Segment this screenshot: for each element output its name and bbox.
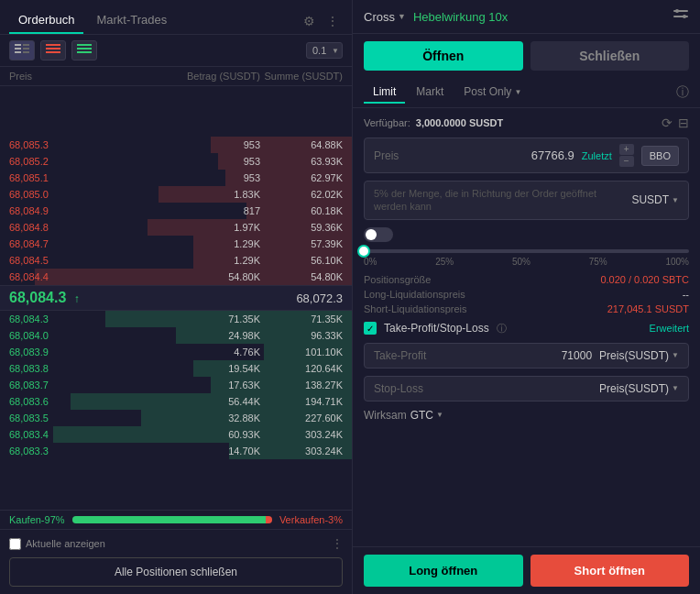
sell-order-row[interactable]: 68,085.295363.93K bbox=[0, 153, 352, 170]
svg-rect-8 bbox=[46, 51, 60, 53]
left-panel: Orderbuch Markt-Trades ⚙ ⋮ 0.1 Preis Bet… bbox=[0, 0, 353, 594]
buy-order-row[interactable]: 68,084.371.35K71.35K bbox=[0, 311, 352, 327]
more-dots-footer[interactable]: ⋮ bbox=[332, 537, 343, 550]
tab-post-only[interactable]: Post Only ▼ bbox=[454, 82, 530, 104]
open-btn[interactable]: Öffnen bbox=[364, 41, 523, 71]
gtc-select[interactable]: GTC ▼ bbox=[410, 409, 443, 422]
slider-labels: 0% 25% 50% 75% 100% bbox=[364, 257, 689, 267]
price-value[interactable]: 67766.9 bbox=[427, 148, 574, 162]
short-liq-value: 217,045.1 SUSDT bbox=[607, 303, 689, 314]
stop-loss-row: Stop-Loss Preis(SUSDT) ▼ bbox=[364, 376, 689, 402]
aktuelle-checkbox[interactable] bbox=[9, 538, 21, 550]
order-type-tabs: Limit Markt Post Only ▼ ⓘ bbox=[353, 78, 700, 108]
erweitert-btn[interactable]: Erweitert bbox=[650, 323, 689, 334]
short-liq-row: Short-Liquidationspreis 217,045.1 SUSDT bbox=[364, 303, 689, 314]
tab-limit[interactable]: Limit bbox=[364, 82, 405, 104]
progress-bar bbox=[72, 516, 272, 523]
sell-order-row[interactable]: 68,085.01.83K62.02K bbox=[0, 186, 352, 203]
open-close-tabs: Öffnen Schließen bbox=[353, 34, 700, 78]
take-profit-row: Take-Profit 71000 Preis(SUSDT) ▼ bbox=[364, 343, 689, 368]
more-icon[interactable]: ⋮ bbox=[323, 10, 343, 32]
short-open-btn[interactable]: Short öffnen bbox=[530, 555, 690, 587]
leverage-text: Hebelwirkung 10x bbox=[413, 10, 508, 24]
slider-track[interactable] bbox=[364, 249, 689, 253]
slider-section: 0% 25% 50% 75% 100% bbox=[364, 249, 689, 267]
slider-label-75: 75% bbox=[589, 257, 607, 267]
buy-order-row[interactable]: 68,084.024.98K96.33K bbox=[0, 327, 352, 344]
stop-loss-label: Stop-Loss bbox=[374, 382, 592, 395]
tab-markt-trades[interactable]: Markt-Trades bbox=[87, 7, 176, 34]
svg-rect-7 bbox=[46, 48, 60, 50]
sell-order-row[interactable]: 68,084.981760.18K bbox=[0, 203, 352, 219]
wirksam-label: Wirksam bbox=[364, 409, 407, 422]
transfer-icon-btn[interactable] bbox=[673, 7, 689, 26]
tab-orderbuch[interactable]: Orderbuch bbox=[9, 7, 83, 34]
sell-orders: 68,085.395364.88K68,085.295363.93K68,085… bbox=[0, 86, 352, 285]
amount-hint: 5% der Menge, die in Richtung der Order … bbox=[374, 187, 624, 214]
close-all-btn[interactable]: Alle Positionen schließen bbox=[9, 557, 343, 587]
col-headers: Preis Betrag (SUSDT) Summe (SUSDT) bbox=[0, 67, 352, 86]
buy-order-row[interactable]: 68,083.460.93K303.24K bbox=[0, 426, 352, 443]
tpsl-checkbox[interactable]: ✓ bbox=[364, 322, 377, 335]
buy-order-row[interactable]: 68,083.717.63K138.27K bbox=[0, 377, 352, 393]
buy-order-row[interactable]: 68,083.314.70K303.24K bbox=[0, 443, 352, 459]
info-icon[interactable]: ⓘ bbox=[676, 84, 689, 101]
tpsl-label: Take-Profit/Stop-Loss bbox=[384, 322, 489, 335]
toggle-switch[interactable] bbox=[364, 227, 393, 242]
buy-order-row[interactable]: 68,083.819.54K120.64K bbox=[0, 360, 352, 377]
slider-thumb[interactable] bbox=[357, 245, 370, 258]
svg-rect-10 bbox=[77, 48, 92, 50]
col-sum-header: Summe (SUSDT) bbox=[260, 71, 343, 82]
sell-order-row[interactable]: 68,084.71.29K57.39K bbox=[0, 236, 352, 252]
aktuelle-checkbox-label[interactable]: Aktuelle anzeigen bbox=[9, 538, 105, 550]
view-buy-btn[interactable] bbox=[71, 40, 97, 60]
buy-order-row[interactable]: 68,083.656.44K194.71K bbox=[0, 393, 352, 410]
sell-order-row[interactable]: 68,085.195362.97K bbox=[0, 170, 352, 186]
price-decrement-btn[interactable]: − bbox=[619, 156, 634, 167]
buy-order-row[interactable]: 68,083.94.76K101.10K bbox=[0, 344, 352, 360]
take-profit-label: Take-Profit bbox=[374, 349, 554, 362]
wallet-icon-btn[interactable]: ⊟ bbox=[678, 116, 689, 130]
sell-pct: Verkaufen-3% bbox=[279, 514, 343, 525]
svg-rect-5 bbox=[23, 51, 29, 53]
currency-select[interactable]: SUSDT ▼ bbox=[631, 193, 679, 206]
slider-label-25: 25% bbox=[435, 257, 454, 267]
tpsl-info-icon[interactable]: ⓘ bbox=[497, 322, 507, 336]
mid-price-right: 68,072.3 bbox=[296, 292, 343, 305]
action-btns: Long öffnen Short öffnen bbox=[353, 546, 700, 594]
take-profit-type-select[interactable]: Preis(SUSDT) ▼ bbox=[599, 349, 679, 362]
buy-order-row[interactable]: 68,083.532.88K227.60K bbox=[0, 410, 352, 426]
svg-rect-4 bbox=[23, 48, 29, 50]
right-header: Cross ▼ Hebelwirkung 10x bbox=[353, 0, 700, 34]
sell-order-row[interactable]: 68,084.81.97K59.36K bbox=[0, 219, 352, 236]
svg-rect-3 bbox=[23, 44, 29, 46]
view-sell-btn[interactable] bbox=[40, 40, 66, 60]
close-btn[interactable]: Schließen bbox=[530, 41, 690, 71]
sell-order-row[interactable]: 68,084.454.80K54.80K bbox=[0, 269, 352, 285]
pos-groesse-label: Positionsgröße bbox=[364, 274, 431, 285]
refresh-icon-btn[interactable]: ⟳ bbox=[662, 116, 673, 130]
order-book-section: 68,085.395364.88K68,085.295363.93K68,085… bbox=[0, 86, 352, 510]
sell-order-row[interactable]: 68,085.395364.88K bbox=[0, 137, 352, 153]
stop-loss-type-select[interactable]: Preis(SUSDT) ▼ bbox=[599, 382, 679, 395]
bbo-btn[interactable]: BBO bbox=[641, 146, 679, 166]
form-section: Verfügbar: 3,000.0000 SUSDT ⟳ ⊟ Preis 67… bbox=[353, 108, 700, 546]
filter-icon[interactable]: ⚙ bbox=[300, 10, 319, 32]
sell-order-row[interactable]: 68,084.51.29K56.10K bbox=[0, 252, 352, 269]
zuletzt-btn[interactable]: Zuletzt bbox=[582, 150, 612, 161]
cross-btn[interactable]: Cross ▼ bbox=[364, 10, 406, 24]
svg-rect-6 bbox=[46, 44, 60, 46]
slider-label-0: 0% bbox=[364, 257, 377, 267]
price-increment-btn[interactable]: + bbox=[619, 144, 634, 155]
long-open-btn[interactable]: Long öffnen bbox=[364, 555, 523, 587]
view-both-btn[interactable] bbox=[9, 40, 35, 60]
take-profit-value[interactable]: 71000 bbox=[562, 349, 592, 362]
price-stepper: + − bbox=[619, 144, 634, 167]
mid-price-row: 68,084.3 ↑ 68,072.3 bbox=[0, 285, 352, 311]
col-price-header: Preis bbox=[9, 71, 82, 82]
amount-input-row: 5% der Menge, die in Richtung der Order … bbox=[364, 181, 689, 220]
currency-chevron-icon: ▼ bbox=[672, 196, 679, 204]
decimal-select[interactable]: 0.1 bbox=[306, 42, 343, 59]
tab-markt[interactable]: Markt bbox=[407, 82, 453, 104]
available-row: Verfügbar: 3,000.0000 SUSDT ⟳ ⊟ bbox=[364, 116, 689, 130]
